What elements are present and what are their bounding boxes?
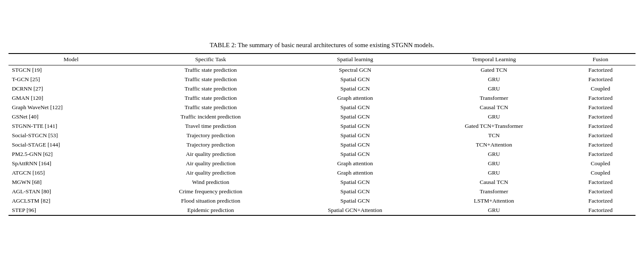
cell-0-4: Factorized [565, 65, 636, 75]
cell-1-3: GRU [422, 75, 565, 84]
cell-12-3: Causal TCN [422, 178, 565, 187]
cell-10-2: Graph attention [288, 159, 422, 168]
cell-1-0: T-GCN [25] [8, 75, 134, 84]
table-row: SpAttRNN [164]Air quality predictionGrap… [8, 159, 636, 168]
cell-4-3: Causal TCN [422, 103, 565, 112]
table-row: Social-STGCN [53]Trajectory predictionSp… [8, 131, 636, 140]
cell-6-0: STGNN-TTE [141] [8, 121, 134, 131]
cell-11-3: GRU [422, 168, 565, 178]
cell-5-0: GSNet [40] [8, 112, 134, 121]
cell-9-0: PM2.5-GNN [62] [8, 150, 134, 159]
cell-6-2: Spatial GCN [288, 121, 422, 131]
cell-12-1: Wind prediction [134, 178, 288, 187]
cell-15-1: Epidemic prediction [134, 206, 288, 215]
cell-14-3: LSTM+Attention [422, 196, 565, 206]
cell-8-4: Factorized [565, 140, 636, 150]
table-row: STGCN [19]Traffic state predictionSpectr… [8, 65, 636, 75]
cell-13-1: Crime frequency prediction [134, 187, 288, 196]
table-row: T-GCN [25]Traffic state predictionSpatia… [8, 75, 636, 84]
cell-7-3: TCN [422, 131, 565, 140]
table-row: GSNet [40]Traffic incident predictionSpa… [8, 112, 636, 121]
col-header-model: Model [8, 54, 134, 65]
cell-13-3: Transformer [422, 187, 565, 196]
cell-6-1: Travel time prediction [134, 121, 288, 131]
table-row: Graph WaveNet [122]Traffic state predict… [8, 103, 636, 112]
table-row: MGWN [68]Wind predictionSpatial GCNCausa… [8, 178, 636, 187]
table-row: Social-STAGE [144]Trajectory predictionS… [8, 140, 636, 150]
cell-2-0: DCRNN [27] [8, 84, 134, 93]
cell-5-4: Factorized [565, 112, 636, 121]
cell-6-3: Gated TCN+Transformer [422, 121, 565, 131]
table-header-row: Model Specific Task Spatial learning Tem… [8, 54, 636, 65]
cell-1-1: Traffic state prediction [134, 75, 288, 84]
cell-3-4: Factorized [565, 93, 636, 103]
cell-15-2: Spatial GCN+Attention [288, 206, 422, 215]
cell-4-2: Spatial GCN [288, 103, 422, 112]
cell-11-0: ATGCN [165] [8, 168, 134, 178]
table-title: TABLE 2: The summary of basic neural arc… [8, 42, 636, 49]
cell-0-2: Spectral GCN [288, 65, 422, 75]
cell-10-4: Coupled [565, 159, 636, 168]
col-header-fusion: Fusion [565, 54, 636, 65]
table-row: GMAN [120]Traffic state predictionGraph … [8, 93, 636, 103]
cell-6-4: Factorized [565, 121, 636, 131]
cell-3-0: GMAN [120] [8, 93, 134, 103]
table-row: STEP [96]Epidemic predictionSpatial GCN+… [8, 206, 636, 215]
cell-1-4: Factorized [565, 75, 636, 84]
cell-9-3: GRU [422, 150, 565, 159]
main-table: Model Specific Task Spatial learning Tem… [8, 53, 636, 216]
cell-7-4: Factorized [565, 131, 636, 140]
cell-14-4: Factorized [565, 196, 636, 206]
cell-7-2: Spatial GCN [288, 131, 422, 140]
cell-10-0: SpAttRNN [164] [8, 159, 134, 168]
cell-11-4: Coupled [565, 168, 636, 178]
cell-10-1: Air quality prediction [134, 159, 288, 168]
cell-8-2: Spatial GCN [288, 140, 422, 150]
cell-12-2: Spatial GCN [288, 178, 422, 187]
cell-3-3: Transformer [422, 93, 565, 103]
cell-12-4: Factorized [565, 178, 636, 187]
page-container: TABLE 2: The summary of basic neural arc… [8, 42, 636, 216]
cell-15-3: GRU [422, 206, 565, 215]
cell-0-1: Traffic state prediction [134, 65, 288, 75]
table-row: DCRNN [27]Traffic state predictionSpatia… [8, 84, 636, 93]
cell-9-1: Air quality prediction [134, 150, 288, 159]
table-row: ATGCN [165]Air quality predictionGraph a… [8, 168, 636, 178]
col-header-task: Specific Task [134, 54, 288, 65]
cell-15-0: STEP [96] [8, 206, 134, 215]
cell-2-1: Traffic state prediction [134, 84, 288, 93]
cell-14-1: Flood situation prediction [134, 196, 288, 206]
table-body: STGCN [19]Traffic state predictionSpectr… [8, 65, 636, 215]
cell-11-2: Graph attention [288, 168, 422, 178]
cell-5-2: Spatial GCN [288, 112, 422, 121]
cell-14-0: AGCLSTM [82] [8, 196, 134, 206]
cell-5-1: Traffic incident prediction [134, 112, 288, 121]
cell-0-0: STGCN [19] [8, 65, 134, 75]
cell-1-2: Spatial GCN [288, 75, 422, 84]
cell-9-2: Spatial GCN [288, 150, 422, 159]
cell-8-1: Trajectory prediction [134, 140, 288, 150]
cell-10-3: GRU [422, 159, 565, 168]
table-row: AGL-STAN [80]Crime frequency predictionS… [8, 187, 636, 196]
cell-4-0: Graph WaveNet [122] [8, 103, 134, 112]
cell-4-4: Factorized [565, 103, 636, 112]
col-header-spatial: Spatial learning [288, 54, 422, 65]
cell-8-0: Social-STAGE [144] [8, 140, 134, 150]
cell-8-3: TCN+Attention [422, 140, 565, 150]
col-header-temporal: Temporal Learning [422, 54, 565, 65]
cell-15-4: Factorized [565, 206, 636, 215]
cell-4-1: Traffic state prediction [134, 103, 288, 112]
table-row: STGNN-TTE [141]Travel time predictionSpa… [8, 121, 636, 131]
cell-7-0: Social-STGCN [53] [8, 131, 134, 140]
cell-2-3: GRU [422, 84, 565, 93]
cell-3-1: Traffic state prediction [134, 93, 288, 103]
cell-9-4: Factorized [565, 150, 636, 159]
cell-2-4: Coupled [565, 84, 636, 93]
cell-11-1: Air quality prediction [134, 168, 288, 178]
cell-13-2: Spatial GCN [288, 187, 422, 196]
cell-5-3: GRU [422, 112, 565, 121]
cell-13-4: Factorized [565, 187, 636, 196]
cell-2-2: Spatial GCN [288, 84, 422, 93]
cell-12-0: MGWN [68] [8, 178, 134, 187]
cell-13-0: AGL-STAN [80] [8, 187, 134, 196]
